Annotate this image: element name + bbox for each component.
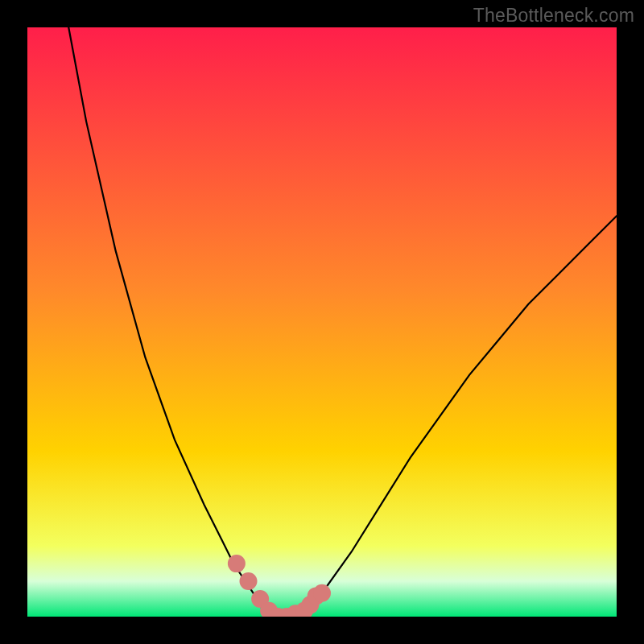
highlight-dot [228,555,246,572]
plot-background [27,27,617,617]
bottleneck-chart [0,0,644,644]
highlight-dot [313,584,331,602]
watermark-text: TheBottleneck.com [473,5,634,27]
highlight-dot [240,572,258,590]
chart-stage [0,0,644,644]
